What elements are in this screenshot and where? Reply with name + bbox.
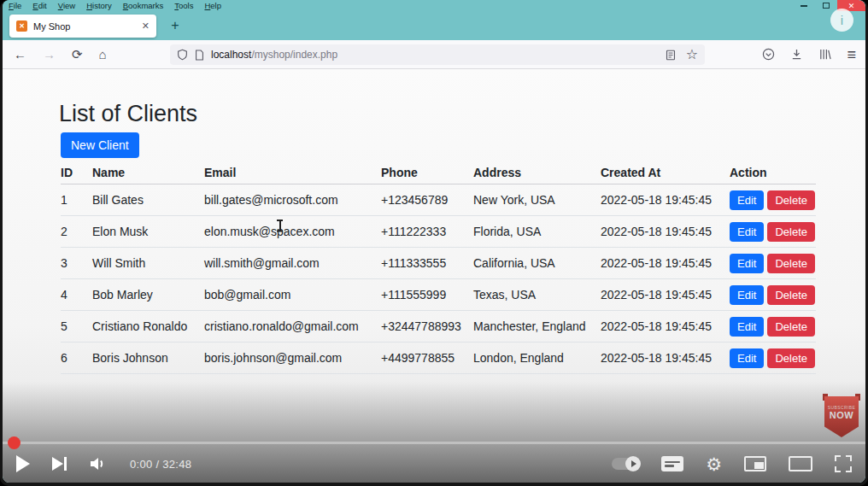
edit-button[interactable]: Edit <box>730 254 764 273</box>
cell-address: Manchester, England <box>473 319 601 333</box>
delete-button[interactable]: Delete <box>767 285 815 305</box>
maximize-button[interactable] <box>815 0 837 11</box>
cell-phone: +111222333 <box>381 225 473 238</box>
subtitles-icon[interactable] <box>661 456 683 471</box>
header-id: ID <box>61 166 92 179</box>
menu-edit[interactable]: Edit <box>32 1 46 12</box>
cell-id: 3 <box>61 256 92 270</box>
reader-view-icon[interactable] <box>666 50 676 61</box>
cell-created-at: 2022-05-18 19:45:45 <box>601 319 730 333</box>
controls-right: ⚙ <box>589 455 852 473</box>
cell-name: Boris Johnson <box>92 351 204 365</box>
cell-id: 4 <box>61 288 92 302</box>
maximize-icon <box>823 3 830 9</box>
cell-created-at: 2022-05-18 19:45:45 <box>601 256 730 270</box>
header-address: Address <box>473 166 601 179</box>
next-icon[interactable] <box>52 457 67 471</box>
fullscreen-icon[interactable] <box>835 455 852 472</box>
menu-help[interactable]: Help <box>204 1 221 12</box>
hamburger-menu-icon[interactable]: ≡ <box>847 47 856 62</box>
play-icon[interactable] <box>16 455 30 472</box>
site-favicon-icon: ✕ <box>16 20 27 32</box>
header-action: Action <box>730 166 816 179</box>
progress-bar[interactable] <box>3 442 865 444</box>
cell-phone: +32447788993 <box>381 319 473 333</box>
menu-file[interactable]: File <box>9 1 21 12</box>
autoplay-toggle[interactable] <box>612 458 639 470</box>
volume-icon[interactable] <box>89 455 108 472</box>
edit-button[interactable]: Edit <box>730 348 764 368</box>
table-row: 2 Elon Musk elon.musk@spacex.com +111222… <box>61 216 816 248</box>
player-controls: 0:00 / 32:48 ⚙ <box>3 445 865 483</box>
video-info-icon[interactable]: i <box>830 9 853 32</box>
cell-email: cristiano.ronaldo@gmail.com <box>204 319 381 333</box>
cell-email: bill.gates@microsoft.com <box>204 193 381 207</box>
downloads-icon[interactable] <box>790 48 803 61</box>
controls-left: 0:00 / 32:48 <box>16 455 214 472</box>
cell-created-at: 2022-05-18 19:45:45 <box>601 225 730 238</box>
shield-icon[interactable] <box>177 49 188 61</box>
page-info-icon[interactable] <box>195 50 204 61</box>
new-tab-button[interactable]: + <box>165 15 185 36</box>
edit-button[interactable]: Edit <box>730 190 764 210</box>
tab-close-icon[interactable]: ✕ <box>142 20 150 32</box>
cell-name: Will Smith <box>92 256 204 270</box>
edit-button[interactable]: Edit <box>730 285 764 305</box>
cell-name: Bill Gates <box>92 193 204 207</box>
bookmark-star-icon[interactable]: ☆ <box>686 48 698 61</box>
menu-tools[interactable]: Tools <box>174 1 193 12</box>
cc-line <box>665 461 680 464</box>
nav-buttons: ← → ⟳ ⌂ <box>14 40 107 68</box>
reload-icon[interactable]: ⟳ <box>72 48 83 61</box>
edit-button[interactable]: Edit <box>730 222 764 242</box>
cell-address: Florida, USA <box>473 225 601 238</box>
header-created-at: Created At <box>601 166 730 179</box>
toolbar-right: ≡ <box>762 40 856 68</box>
cell-phone: +111555999 <box>381 288 473 302</box>
autoplay-knob-icon <box>625 456 641 471</box>
library-icon[interactable] <box>818 48 831 61</box>
menu-history[interactable]: History <box>86 1 112 12</box>
miniplayer-icon[interactable] <box>744 456 766 471</box>
address-text[interactable]: localhost/myshop/index.php <box>211 49 659 61</box>
delete-button[interactable]: Delete <box>767 254 815 273</box>
cell-address: California, USA <box>473 256 601 270</box>
table-row: 3 Will Smith will.smith@gmail.com +11133… <box>61 248 816 279</box>
cell-email: will.smith@gmail.com <box>204 256 381 270</box>
new-client-button[interactable]: New Client <box>61 132 139 158</box>
text-cursor <box>276 220 284 231</box>
menu-view[interactable]: View <box>58 1 75 12</box>
theater-mode-icon[interactable] <box>789 456 812 471</box>
cell-name: Elon Musk <box>92 225 204 238</box>
url-bar[interactable]: localhost/myshop/index.php ☆ <box>170 44 705 65</box>
cell-id: 6 <box>61 351 92 365</box>
edit-button[interactable]: Edit <box>730 317 764 337</box>
delete-button[interactable]: Delete <box>767 190 815 210</box>
cell-id: 2 <box>61 225 92 238</box>
tab-my-shop[interactable]: ✕ My Shop ✕ <box>9 15 156 38</box>
cell-address: New York, USA <box>473 193 601 207</box>
cc-line <box>665 465 674 467</box>
next-triangle <box>52 457 63 471</box>
home-icon[interactable]: ⌂ <box>99 48 107 61</box>
settings-gear-icon[interactable]: ⚙ <box>706 455 722 473</box>
forward-icon[interactable]: → <box>43 48 56 61</box>
cell-email: boris.johnson@gmail.com <box>204 351 381 365</box>
url-path: /myshop/index.php <box>251 49 337 61</box>
minimize-button[interactable] <box>793 0 815 11</box>
cell-created-at: 2022-05-18 19:45:45 <box>601 288 730 302</box>
tab-title: My Shop <box>33 21 136 32</box>
delete-button[interactable]: Delete <box>767 348 815 368</box>
cell-phone: +111333555 <box>381 256 473 270</box>
delete-button[interactable]: Delete <box>767 317 815 337</box>
window-controls: ✕ <box>793 0 865 12</box>
pocket-icon[interactable] <box>762 48 775 61</box>
menu-bookmarks[interactable]: Bookmarks <box>123 1 164 12</box>
close-icon: ✕ <box>848 2 855 10</box>
now-text: NOW <box>830 410 853 420</box>
cell-address: London, England <box>473 351 601 365</box>
delete-button[interactable]: Delete <box>767 222 815 242</box>
subscribe-ribbon: SUBSCRIBE NOW <box>824 396 859 437</box>
minimize-icon <box>801 5 807 7</box>
back-icon[interactable]: ← <box>14 48 26 61</box>
